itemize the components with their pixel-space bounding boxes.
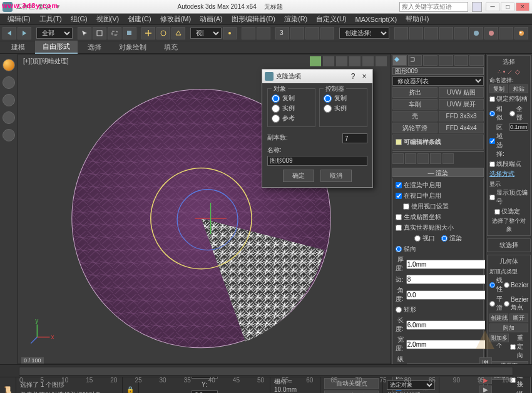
area-val[interactable] xyxy=(509,123,528,131)
move-button[interactable] xyxy=(141,27,155,39)
ribbon-tab-populate[interactable]: 填充 xyxy=(156,41,185,53)
redo-button[interactable] xyxy=(18,27,31,39)
chk-showvn[interactable]: 显示顶点编号 xyxy=(489,188,528,206)
radio-bezc[interactable]: Bezier 角点 xyxy=(504,295,528,312)
mirror-button[interactable] xyxy=(394,27,408,39)
keyboard-button[interactable] xyxy=(257,27,270,39)
cmd-tab-modify[interactable] xyxy=(408,55,422,66)
spinner-snap-button[interactable] xyxy=(320,27,334,39)
mod-extrude[interactable]: 挤出 xyxy=(392,87,437,98)
radio-linear[interactable]: 线性 xyxy=(489,276,503,293)
mod-uvwmap[interactable]: UVW 贴图 xyxy=(439,87,484,98)
next-frame-button[interactable]: ▶ xyxy=(479,385,492,393)
cmd-tab-create[interactable] xyxy=(392,55,407,66)
object-name-input[interactable] xyxy=(392,67,484,75)
sidebar-tool-3[interactable] xyxy=(3,111,15,124)
curve-editor-button[interactable] xyxy=(439,27,453,39)
chk-selonly[interactable]: 仅选定 xyxy=(494,207,528,216)
menu-view[interactable]: 视图(V) xyxy=(93,14,123,24)
maximize-button[interactable]: □ xyxy=(501,3,514,11)
ribbon-tab-modeling[interactable]: 建模 xyxy=(4,41,33,53)
lock-icon[interactable]: 🔒 xyxy=(126,386,135,393)
undo-button[interactable] xyxy=(3,27,16,39)
chk-segend[interactable]: 线段端点 xyxy=(489,160,528,168)
menu-group[interactable]: 组(G) xyxy=(67,14,91,24)
setkey-button[interactable]: 设置关键点 xyxy=(324,390,379,394)
viewport-orb[interactable] xyxy=(3,59,15,71)
menu-create[interactable]: 创建(C) xyxy=(124,14,155,24)
render-frame-button[interactable] xyxy=(499,27,513,39)
render-button[interactable] xyxy=(514,27,528,39)
sidebar-tool-2[interactable] xyxy=(3,94,15,106)
radio-obj-ref[interactable]: 参考 xyxy=(272,114,311,123)
radio-ctrl-copy[interactable]: 复制 xyxy=(324,94,363,103)
dialog-help-button[interactable]: ? xyxy=(347,72,359,81)
menu-edit[interactable]: 编辑(E) xyxy=(4,14,34,24)
chk-gen-mapcoords[interactable]: 生成贴图坐标 xyxy=(396,213,481,222)
angle-snap-button[interactable] xyxy=(290,27,304,39)
stack-pin[interactable] xyxy=(392,153,404,164)
mod-lathe[interactable]: 车削 xyxy=(392,99,437,110)
menu-graph[interactable]: 图形编辑器(D) xyxy=(228,14,279,24)
thickness-input[interactable] xyxy=(406,260,488,269)
stack-show[interactable] xyxy=(405,153,416,164)
btn-break[interactable]: 断开 xyxy=(509,314,528,322)
named-selection-dropdown[interactable]: 创建选择集 xyxy=(339,28,389,39)
cmd-tab-utilities[interactable] xyxy=(469,55,484,66)
vp-ctrl-2[interactable] xyxy=(323,56,334,66)
chk-render-enable[interactable]: 在渲染中启用 xyxy=(396,181,481,190)
mod-uvwunwrap[interactable]: UVW 展开 xyxy=(439,99,484,110)
chk-reorient[interactable]: 重定向 xyxy=(510,334,528,360)
radio-similar[interactable]: 相似 xyxy=(489,105,508,122)
ribbon-tab-selection[interactable]: 选择 xyxy=(80,41,109,53)
radio-smooth[interactable]: 平滑 xyxy=(489,295,503,312)
infocenter-icon[interactable] xyxy=(472,2,482,12)
sidebar-tool-1[interactable] xyxy=(3,76,15,89)
keyfilter-link[interactable]: 关键点过滤器 xyxy=(387,391,435,394)
scale-button[interactable] xyxy=(171,27,185,39)
menu-animation[interactable]: 动画(A) xyxy=(196,14,227,24)
dialog-ok-button[interactable]: 确定 xyxy=(283,170,314,182)
copies-input[interactable] xyxy=(342,133,367,143)
btn-paste[interactable]: 粘贴 xyxy=(509,84,528,93)
menu-maxscript[interactable]: MAXScript(X) xyxy=(352,15,401,24)
cmd-tab-hierarchy[interactable] xyxy=(423,55,437,66)
percent-snap-button[interactable] xyxy=(305,27,319,39)
dialog-close-button[interactable]: × xyxy=(359,72,370,81)
time-track[interactable]: 0510152025303540455055606570758085909510… xyxy=(19,367,513,375)
select-rect-button[interactable] xyxy=(108,27,121,39)
select-by-name-button[interactable] xyxy=(93,27,106,39)
dialog-cancel-button[interactable]: 取消 xyxy=(320,170,352,182)
selection-scope-dropdown[interactable]: 全部 xyxy=(36,28,73,39)
menu-modifiers[interactable]: 修改器(M) xyxy=(156,14,195,24)
modifier-stack[interactable]: 可编辑样条线 xyxy=(392,135,484,150)
radio-rect[interactable]: 矩形 xyxy=(396,305,481,314)
render-setup-button[interactable] xyxy=(484,27,498,39)
ribbon-tab-freeform[interactable]: 自由形式 xyxy=(35,41,78,54)
btn-makeline[interactable]: 创建线 xyxy=(489,314,508,322)
modifier-list-dropdown[interactable]: 修改器列表 xyxy=(392,76,484,86)
mod-ffd4[interactable]: FFD 4x4x4 xyxy=(439,123,484,133)
align-button[interactable] xyxy=(409,27,423,39)
mod-ffd3[interactable]: FFD 3x3x3 xyxy=(439,111,484,121)
vp-ctrl-6[interactable] xyxy=(376,56,387,66)
radio-obj-copy[interactable]: 复制 xyxy=(272,94,311,103)
vp-ctrl-1[interactable] xyxy=(310,56,321,66)
menu-customize[interactable]: 自定义(U) xyxy=(312,14,350,24)
menu-render[interactable]: 渲染(R) xyxy=(280,14,311,24)
vp-ctrl-3[interactable] xyxy=(336,56,347,66)
chk-realworld[interactable]: 真实世界贴图大小 xyxy=(396,223,481,232)
stack-config[interactable] xyxy=(442,153,454,164)
sidebar-tool-4[interactable] xyxy=(3,129,15,141)
vp-ctrl-4[interactable] xyxy=(349,56,361,66)
radio-all[interactable]: 全部 xyxy=(509,105,528,122)
radio-ctrl-inst[interactable]: 实例 xyxy=(324,104,363,113)
schematic-button[interactable] xyxy=(454,27,468,39)
dialog-titlebar[interactable]: 克隆选项 ? × xyxy=(262,69,372,83)
clone-name-input[interactable] xyxy=(267,156,367,166)
radio-bez[interactable]: Bezier xyxy=(504,276,528,293)
mod-shell[interactable]: 壳 xyxy=(392,111,437,121)
rollout-render[interactable]: — 渲染 xyxy=(392,168,484,177)
window-crossing-button[interactable] xyxy=(123,27,136,39)
radio-radial[interactable]: 径向 xyxy=(396,245,481,253)
